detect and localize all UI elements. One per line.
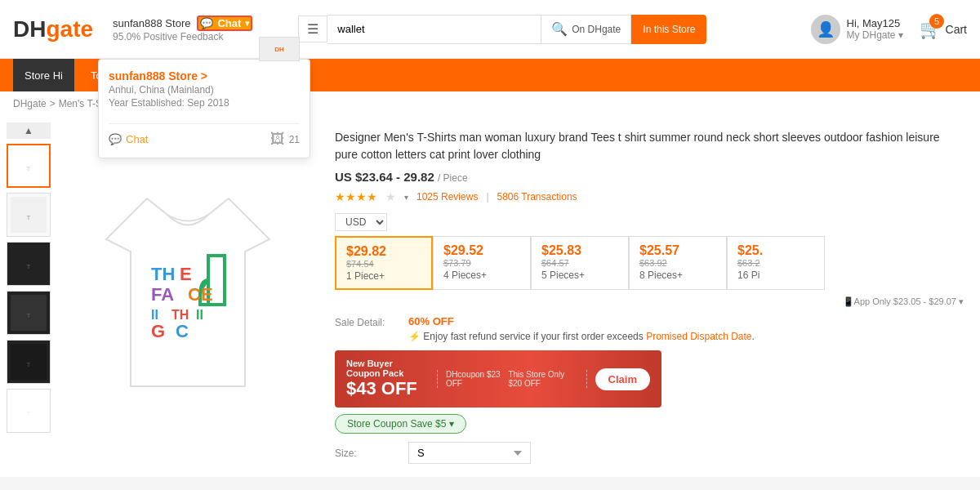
user-greeting: Hi, May125: [847, 17, 903, 29]
reviews-row: ★★★★★ ▾ 1025 Reviews | 5806 Transactions: [335, 190, 964, 203]
divider: |: [486, 191, 488, 203]
price-main-1: $29.82: [346, 244, 421, 259]
coupon-banner: New Buyer Coupon Pack $43 OFF DHcoupon $…: [335, 350, 662, 408]
price-col-1: $29.82 $74.54 1 Piece+: [335, 236, 433, 290]
search-area: ☰ 🔍 On DHgate In this Store: [298, 15, 706, 44]
chevron-down-icon: ▾: [245, 19, 249, 28]
logo-gate: gate: [46, 16, 93, 42]
product-title: Designer Men's T-Shirts man woman luxury…: [335, 129, 964, 163]
menu-icon[interactable]: ☰: [298, 16, 327, 42]
dropdown-chat-button[interactable]: 💬 Chat: [109, 133, 148, 145]
store-name-text: sunfan888 Store: [113, 17, 190, 29]
price-qty-4: 8 Pieces+: [639, 270, 716, 281]
off-badge: 60% OFF: [408, 315, 755, 327]
currency-row: USD: [335, 213, 964, 231]
chevron-down-icon: ▾: [898, 29, 903, 41]
price-col-5: $25. $63.2 16 Pi: [727, 236, 825, 290]
dropdown-chat-label: Chat: [126, 133, 148, 145]
chat-label: Chat: [217, 17, 241, 29]
user-info[interactable]: 👤 Hi, May125 My DHgate ▾: [811, 15, 903, 44]
svg-text:T: T: [27, 263, 31, 270]
price-col-2: $29.52 $73.79 4 Pieces+: [433, 236, 531, 290]
dispatch-link[interactable]: Promised Dispatch Date: [646, 331, 751, 342]
coupon-details: DHcoupon $23 OFF This Store Only $20 OFF: [437, 370, 587, 388]
svg-text:G: G: [151, 321, 165, 341]
price-main-4: $25.57: [639, 243, 716, 258]
sale-content: 60% OFF ⚡ Enjoy fast refund service if y…: [408, 315, 755, 342]
svg-text:T: T: [27, 312, 31, 319]
store-info: sunfan888 Store 💬 Chat ▾ 95.0% Positive …: [113, 16, 252, 42]
price-orig-3: $64.57: [541, 258, 618, 268]
breadcrumb-sep1: >: [50, 98, 56, 109]
main-content: ▲ T T T T T T TH E: [0, 116, 980, 477]
header: DHgate sunfan888 Store 💬 Chat ▾ 95.0% Po…: [0, 0, 980, 59]
size-label: Size:: [335, 448, 400, 459]
price-orig-2: $73.79: [443, 258, 520, 268]
search-input[interactable]: [327, 15, 541, 44]
svg-text:TH: TH: [151, 264, 175, 284]
svg-text:C: C: [176, 321, 189, 341]
svg-text:CE: CE: [188, 284, 213, 305]
dropdown-chat-row: 💬 Chat 🖼 21: [109, 131, 300, 148]
chat-icon-small: 💬: [109, 133, 122, 145]
site-logo[interactable]: DHgate: [13, 16, 93, 42]
message-icon: 🖼: [270, 131, 285, 148]
price-range: US $23.64 - 29.82 / Piece: [335, 170, 964, 184]
size-row: Size: S M L XL XXL: [335, 442, 964, 464]
logo-dh: DH: [13, 16, 46, 42]
thumbnail-item[interactable]: T: [7, 193, 51, 237]
user-account: My DHgate ▾: [847, 29, 903, 41]
svg-text:II: II: [151, 308, 158, 322]
avatar: 👤: [811, 15, 840, 44]
breadcrumb-dhgate[interactable]: DHgate: [13, 98, 47, 109]
product-image-area: TH E FA CE II G C TH II: [57, 116, 318, 477]
thumb-nav-up[interactable]: ▲: [7, 122, 51, 139]
chat-button[interactable]: 💬 Chat ▾: [197, 16, 252, 31]
thumbnail-item[interactable]: T: [7, 389, 51, 433]
price-orig-4: $63.92: [639, 258, 716, 268]
dropdown-store-image: DH: [259, 37, 300, 61]
price-main-2: $29.52: [443, 243, 520, 258]
cart-area[interactable]: 5 🛒 Cart: [920, 19, 967, 40]
user-text: Hi, May125 My DHgate ▾: [847, 17, 903, 41]
svg-text:TH: TH: [172, 308, 189, 322]
dropdown-year: Year Established: Sep 2018: [109, 97, 229, 109]
price-main-3: $25.83: [541, 243, 618, 258]
msg-count-number: 21: [289, 134, 300, 145]
coupon-dhgate: DHcoupon $23 OFF: [446, 370, 502, 388]
store-coupon[interactable]: Store Coupon Save $5 ▾: [335, 414, 466, 434]
transactions-count[interactable]: 5806 Transactions: [497, 191, 577, 203]
pricing-table: $29.82 $74.54 1 Piece+ $29.52 $73.79 4 P…: [335, 236, 964, 290]
reviews-count[interactable]: 1025 Reviews: [416, 191, 478, 203]
price-qty-1: 1 Piece+: [346, 270, 421, 282]
price-main-5: $25.: [737, 243, 814, 258]
search-dhgate-label: On DHgate: [572, 24, 621, 35]
currency-select[interactable]: USD: [335, 213, 387, 231]
price-range-text: US $23.64 - 29.82: [335, 170, 434, 184]
thumbnail-item[interactable]: T: [7, 340, 51, 384]
thumbnail-item[interactable]: T: [7, 242, 51, 286]
dropdown-store-name[interactable]: sunfan888 Store >: [109, 69, 229, 82]
chat-dropdown: sunfan888 Store > Anhui, China (Mainland…: [98, 59, 310, 158]
search-dhgate-button[interactable]: 🔍 On DHgate: [541, 15, 631, 44]
app-only-text: 📱App Only $23.05 - $29.07 ▾: [335, 296, 964, 307]
price-orig-1: $74.54: [346, 259, 421, 269]
svg-text:E: E: [180, 264, 192, 284]
svg-text:FA: FA: [151, 284, 174, 305]
price-col-4: $25.57 $63.92 8 Pieces+: [629, 236, 727, 290]
search-icon: 🔍: [551, 21, 568, 37]
star-rating: ★★★★: [335, 190, 377, 203]
price-orig-5: $63.2: [737, 258, 814, 268]
coupon-left: New Buyer Coupon Pack $43 OFF: [346, 359, 429, 399]
dropdown-message-count: 🖼 21: [270, 131, 300, 148]
nav-store-home[interactable]: Store Hi: [13, 59, 74, 91]
product-image: TH E FA CE II G C TH II: [82, 174, 294, 419]
claim-button[interactable]: Claim: [595, 368, 650, 390]
thumbnail-item[interactable]: T: [7, 291, 51, 335]
size-select[interactable]: S M L XL XXL: [408, 442, 531, 464]
user-area: 👤 Hi, May125 My DHgate ▾ 5 🛒 Cart: [811, 15, 967, 44]
search-store-button[interactable]: In this Store: [631, 15, 706, 44]
thumbnail-item[interactable]: T: [7, 144, 51, 188]
svg-text:T: T: [27, 214, 31, 221]
svg-text:T: T: [27, 410, 31, 417]
